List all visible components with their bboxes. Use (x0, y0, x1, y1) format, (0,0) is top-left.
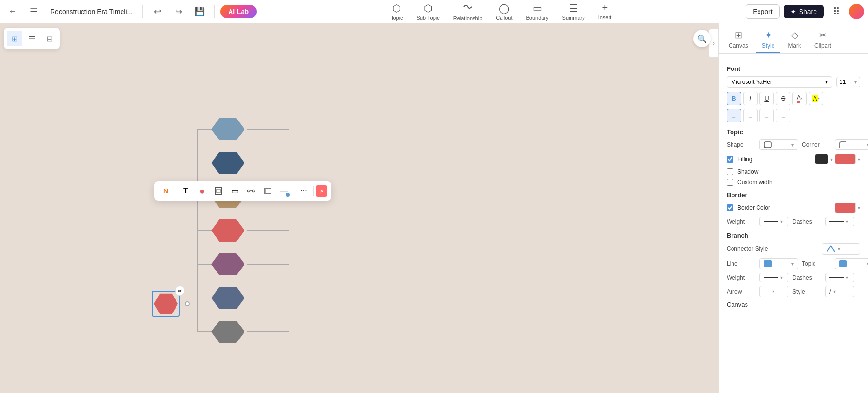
ft-close-button[interactable]: × (316, 185, 327, 197)
italic-button[interactable]: I (743, 92, 758, 105)
branch-weight-select[interactable]: ▾ (760, 273, 788, 282)
shape-select-icon (764, 141, 772, 148)
corner-select[interactable]: ▾ (835, 139, 868, 150)
connector-style-box[interactable]: ▾ (822, 243, 860, 255)
toolbar-boundary[interactable]: ▭ Boundary (520, 0, 555, 23)
ft-line-button[interactable]: — (276, 183, 292, 199)
dashes-select[interactable]: ▾ (825, 217, 854, 226)
svg-marker-22 (154, 294, 178, 314)
shape-select[interactable]: ▾ (760, 139, 798, 150)
tab-canvas[interactable]: ⊞ Canvas (723, 27, 754, 53)
tab-clipart[interactable]: ✂ Clipart (809, 27, 837, 53)
bottom-topic-row: Canvas (727, 301, 860, 308)
ft-color-button[interactable]: ● (194, 183, 210, 199)
toolbar-relationship[interactable]: Relationship (448, 0, 488, 23)
subtopic-icon: ⬡ (424, 2, 432, 14)
toolbar-topic[interactable]: ⬡ Topic (385, 0, 409, 23)
toolbar-summary-label: Summary (562, 15, 585, 21)
filling-color-caret: ▾ (858, 157, 860, 162)
arrow-label: Arrow (727, 288, 756, 295)
custom-width-checkbox[interactable] (727, 179, 733, 186)
ft-more-button[interactable]: ··· (296, 183, 312, 199)
align-center-button[interactable]: ≡ (743, 109, 758, 122)
view-list-button[interactable]: ☰ (24, 31, 40, 46)
shape-label: Shape (727, 141, 756, 148)
search-button[interactable]: 🔍 (693, 30, 711, 47)
line-color-select[interactable]: ▾ (760, 258, 798, 269)
svg-marker-16 (211, 152, 244, 174)
tab-style[interactable]: ✦ Style (756, 27, 781, 53)
align-justify-button[interactable]: ≡ (776, 109, 790, 122)
bold-button[interactable]: B (727, 92, 741, 105)
right-panel-content: Font Microsoft YaHei ▾ 11 ▾ B I U S A ▾ … (719, 54, 868, 318)
left-view-panel: ⊞ ☰ ⊟ (4, 28, 60, 49)
branch-dashes-icon (829, 277, 844, 278)
ft-connect-button[interactable] (244, 183, 259, 199)
branch-topic-color-select[interactable]: ▾ (835, 258, 868, 269)
style-tab-label: Style (762, 42, 775, 49)
font-color-button[interactable]: A ▾ (792, 92, 807, 105)
branch-dashes-caret: ▾ (846, 275, 848, 280)
border-color-checkbox[interactable] (727, 204, 733, 211)
save-button[interactable]: 💾 (191, 3, 208, 20)
corner-label: Corner (802, 141, 831, 148)
toolbar-boundary-label: Boundary (526, 15, 549, 21)
arrow-select[interactable]: — ▾ (760, 286, 788, 297)
weight-label: Weight (727, 218, 756, 225)
share-button[interactable]: ✦ Share (784, 5, 824, 18)
export-button[interactable]: Export (746, 4, 779, 19)
toolbar-summary[interactable]: ☰ Summary (556, 0, 591, 23)
font-style-toolbar: B I U S A ▾ A ▾ (727, 92, 860, 105)
border-color-caret: ▾ (858, 205, 860, 211)
highlight-caret: ▾ (818, 96, 820, 101)
svg-point-26 (253, 190, 255, 192)
document-title: Reconstruction Era Timeli... (46, 8, 136, 15)
user-avatar[interactable] (849, 4, 864, 19)
ft-anchor-button[interactable] (260, 183, 275, 199)
align-right-button[interactable]: ≡ (760, 109, 774, 122)
filling-label: Filling (737, 156, 752, 163)
border-color-swatch[interactable] (835, 203, 856, 213)
font-family-select[interactable]: Microsoft YaHei ▾ (727, 76, 832, 88)
filling-color-red[interactable] (835, 154, 856, 164)
font-section-title: Font (727, 65, 860, 72)
strikethrough-button[interactable]: S (776, 92, 790, 105)
weight-select[interactable]: ▾ (760, 217, 788, 226)
selected-hex-container[interactable]: ✏ (152, 291, 180, 317)
style-tab-icon: ✦ (765, 30, 772, 41)
shadow-checkbox[interactable] (727, 168, 733, 175)
filling-color-dark[interactable] (815, 154, 828, 164)
menu-button[interactable]: ☰ (25, 3, 42, 20)
ft-text-button[interactable]: T (178, 183, 193, 199)
connector-style-caret: ▾ (838, 246, 840, 252)
undo-button[interactable]: ↩ (149, 3, 166, 20)
view-outline-button[interactable]: ⊟ (41, 31, 57, 46)
font-size-input[interactable]: 11 ▾ (836, 77, 860, 87)
border-section-title: Border (727, 191, 860, 199)
view-grid-button[interactable]: ⊞ (7, 31, 22, 46)
highlight-button[interactable]: A ▾ (809, 92, 823, 105)
dashes-caret: ▾ (846, 219, 848, 224)
align-left-button[interactable]: ≡ (727, 109, 741, 122)
style-select[interactable]: / ▾ (825, 286, 854, 297)
toolbar-insert[interactable]: + Insert (593, 0, 618, 22)
back-button[interactable]: ← (4, 3, 21, 20)
edit-icon[interactable]: ✏ (175, 286, 185, 296)
branch-dashes-label: Dashes (792, 274, 821, 281)
tab-mark[interactable]: ◇ Mark (782, 27, 807, 53)
ai-lab-button[interactable]: AI Lab (220, 5, 257, 18)
branch-dashes-select[interactable]: ▾ (825, 273, 854, 282)
apps-button[interactable]: ⠿ (827, 3, 845, 20)
toolbar-subtopic[interactable]: ⬡ Sub Topic (411, 0, 446, 23)
filling-checkbox[interactable] (727, 156, 733, 163)
underline-button[interactable]: U (760, 92, 774, 105)
filling-colors: ▾ ▾ (815, 154, 860, 164)
style-icon: / (829, 288, 831, 295)
redo-button[interactable]: ↪ (170, 3, 187, 20)
ft-box-button[interactable]: ▭ (227, 183, 243, 199)
dashes-line-icon (829, 221, 844, 222)
ft-frame-button[interactable] (211, 183, 226, 199)
ft-ai-button[interactable]: N (158, 183, 174, 199)
highlight-icon: A (812, 95, 818, 102)
toolbar-callout[interactable]: ◯ Callout (490, 0, 518, 23)
